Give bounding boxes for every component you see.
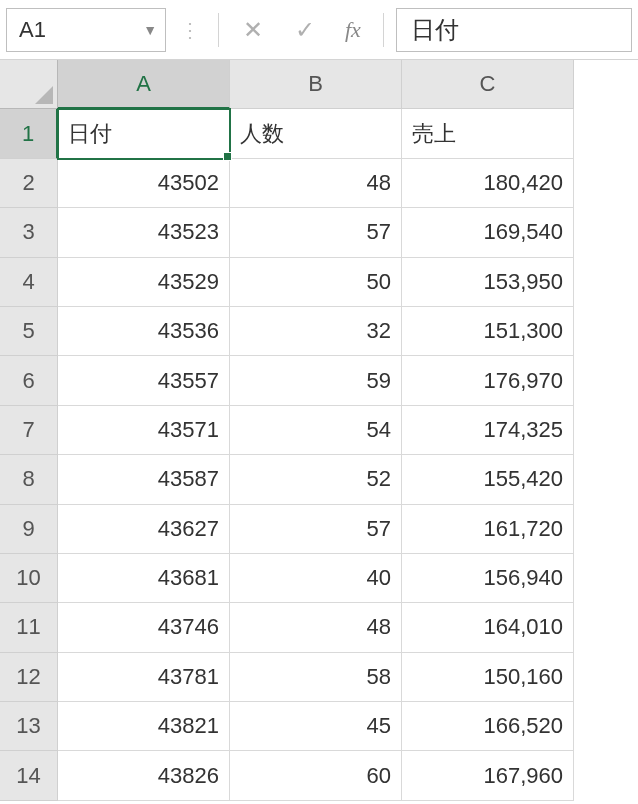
cell[interactable]: 43746 — [58, 603, 230, 652]
cell-A1[interactable]: 日付 — [58, 109, 230, 158]
cell[interactable]: 32 — [230, 307, 402, 356]
cell[interactable]: 57 — [230, 505, 402, 554]
cell[interactable]: 43681 — [58, 554, 230, 603]
formula-input-value: 日付 — [411, 14, 459, 46]
column-header-B[interactable]: B — [230, 60, 402, 109]
separator — [383, 13, 384, 47]
row-header[interactable]: 8 — [0, 455, 58, 504]
separator — [218, 13, 219, 47]
cell[interactable]: 161,720 — [402, 505, 574, 554]
row-header[interactable]: 6 — [0, 356, 58, 405]
row-header[interactable]: 14 — [0, 751, 58, 800]
cell[interactable]: 43587 — [58, 455, 230, 504]
cell[interactable]: 58 — [230, 653, 402, 702]
cell[interactable]: 155,420 — [402, 455, 574, 504]
cell[interactable]: 167,960 — [402, 751, 574, 800]
cell[interactable]: 43536 — [58, 307, 230, 356]
cell[interactable]: 43821 — [58, 702, 230, 751]
row-header[interactable]: 5 — [0, 307, 58, 356]
cell[interactable]: 153,950 — [402, 258, 574, 307]
cell[interactable]: 180,420 — [402, 159, 574, 208]
row-header[interactable]: 9 — [0, 505, 58, 554]
spreadsheet-grid: A B C 1 日付 人数 売上 2 43502 48 180,420 3 43… — [0, 60, 638, 801]
cell[interactable]: 54 — [230, 406, 402, 455]
column-header-A[interactable]: A — [58, 60, 230, 109]
cell-B1[interactable]: 人数 — [230, 109, 402, 158]
cell[interactable]: 164,010 — [402, 603, 574, 652]
chevron-down-icon: ▼ — [143, 22, 157, 38]
cell[interactable]: 40 — [230, 554, 402, 603]
cell[interactable]: 43571 — [58, 406, 230, 455]
fx-icon[interactable]: fx — [335, 8, 371, 52]
cell[interactable]: 60 — [230, 751, 402, 800]
formula-input[interactable]: 日付 — [396, 8, 632, 52]
row-header[interactable]: 11 — [0, 603, 58, 652]
row-header[interactable]: 12 — [0, 653, 58, 702]
cell[interactable]: 59 — [230, 356, 402, 405]
vertical-dots-icon: ⋮ — [174, 18, 206, 42]
cell[interactable]: 45 — [230, 702, 402, 751]
column-header-C[interactable]: C — [402, 60, 574, 109]
cell[interactable]: 166,520 — [402, 702, 574, 751]
row-header[interactable]: 1 — [0, 109, 58, 158]
cell[interactable]: 169,540 — [402, 208, 574, 257]
cell[interactable]: 48 — [230, 159, 402, 208]
cell[interactable]: 43523 — [58, 208, 230, 257]
name-box[interactable]: A1 ▼ — [6, 8, 166, 52]
name-box-value: A1 — [19, 17, 46, 43]
cell[interactable]: 156,940 — [402, 554, 574, 603]
cell[interactable]: 43627 — [58, 505, 230, 554]
cell[interactable]: 50 — [230, 258, 402, 307]
select-all-corner[interactable] — [0, 60, 58, 109]
cell[interactable]: 43826 — [58, 751, 230, 800]
row-header[interactable]: 4 — [0, 258, 58, 307]
cell[interactable]: 48 — [230, 603, 402, 652]
cell[interactable]: 176,970 — [402, 356, 574, 405]
row-header[interactable]: 2 — [0, 159, 58, 208]
cell[interactable]: 43529 — [58, 258, 230, 307]
cell[interactable]: 150,160 — [402, 653, 574, 702]
row-header[interactable]: 7 — [0, 406, 58, 455]
cell[interactable]: 52 — [230, 455, 402, 504]
row-header[interactable]: 13 — [0, 702, 58, 751]
cell-C1[interactable]: 売上 — [402, 109, 574, 158]
formula-bar: A1 ▼ ⋮ ✕ ✓ fx 日付 — [0, 0, 638, 60]
cell[interactable]: 43781 — [58, 653, 230, 702]
cancel-icon: ✕ — [231, 8, 275, 52]
row-header[interactable]: 3 — [0, 208, 58, 257]
cell[interactable]: 151,300 — [402, 307, 574, 356]
cell[interactable]: 57 — [230, 208, 402, 257]
cell[interactable]: 43502 — [58, 159, 230, 208]
cell[interactable]: 43557 — [58, 356, 230, 405]
row-header[interactable]: 10 — [0, 554, 58, 603]
cell[interactable]: 174,325 — [402, 406, 574, 455]
enter-check-icon: ✓ — [283, 8, 327, 52]
